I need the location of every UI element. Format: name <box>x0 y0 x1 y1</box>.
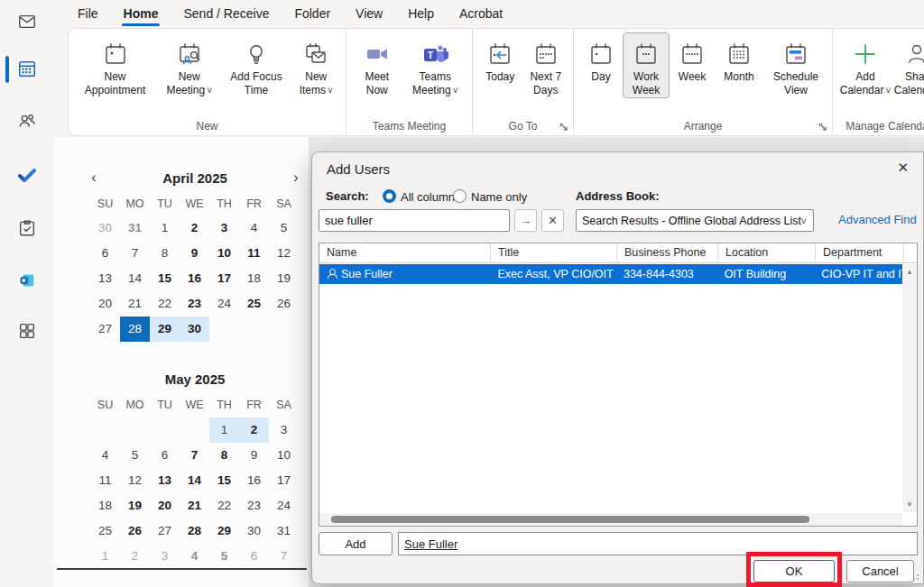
calendar-day[interactable]: 27 <box>150 518 180 544</box>
table-row-selected[interactable]: Sue FullerExec Asst, VP CIO/OIT334-844-4… <box>319 264 902 284</box>
calendar-day[interactable]: 23 <box>180 291 209 316</box>
calendar-day[interactable]: 8 <box>150 241 180 266</box>
people-icon[interactable] <box>16 110 38 132</box>
calendar-day[interactable]: 21 <box>120 291 150 316</box>
horizontal-scroll-thumb[interactable] <box>331 516 809 523</box>
calendar-day[interactable]: 8 <box>209 443 239 468</box>
vertical-scrollbar[interactable]: ▲ ▼ <box>902 264 917 512</box>
calendar-day[interactable]: 4 <box>239 216 269 241</box>
meet-now-button[interactable]: MeetNow <box>352 32 402 98</box>
tasks-icon[interactable] <box>16 217 38 239</box>
calendar-day[interactable]: 3 <box>269 417 299 443</box>
column-header[interactable]: Title <box>491 243 617 262</box>
calendar-day[interactable]: 18 <box>239 266 269 291</box>
calendar-day[interactable]: 29 <box>209 518 239 544</box>
horizontal-scrollbar[interactable] <box>319 513 902 526</box>
new-items-button[interactable]: NewItems˅ <box>291 32 342 98</box>
calendar-day[interactable]: 16 <box>180 266 209 291</box>
radio-name-only[interactable] <box>453 189 467 203</box>
resize-grip[interactable] <box>911 573 919 580</box>
scroll-down-icon[interactable]: ▼ <box>902 500 917 509</box>
calendar-day[interactable]: 31 <box>120 216 150 241</box>
close-icon[interactable]: ✕ <box>897 160 909 176</box>
calendar-day[interactable]: 1 <box>209 417 239 443</box>
calendar-day[interactable]: 27 <box>90 316 120 342</box>
calendar-day[interactable]: 2 <box>180 216 209 241</box>
calendar-day[interactable]: 7 <box>120 241 150 266</box>
calendar-day[interactable]: 17 <box>209 266 239 291</box>
calendar-day[interactable]: 15 <box>150 266 180 291</box>
dialog-launcher-icon[interactable] <box>559 123 568 132</box>
calendar-day[interactable]: 9 <box>180 241 209 266</box>
month-view-button[interactable]: Month <box>715 32 763 85</box>
calendar-day[interactable]: 19 <box>269 266 299 291</box>
calendar-day[interactable]: 16 <box>239 468 269 493</box>
calendar-day[interactable]: 25 <box>239 291 269 316</box>
tab-folder[interactable]: Folder <box>282 0 343 27</box>
tab-home[interactable]: Home <box>111 0 171 27</box>
next-month-button[interactable]: › <box>288 170 304 186</box>
calendar-day[interactable]: 11 <box>90 468 120 493</box>
radio-all-columns[interactable] <box>383 189 396 203</box>
work-week-view-button[interactable]: WorkWeek <box>623 32 670 98</box>
calendar-day[interactable]: 22 <box>209 493 239 518</box>
calendar-day[interactable]: 4 <box>180 544 209 569</box>
calendar-day[interactable]: 3 <box>150 544 180 569</box>
new-meeting-button[interactable]: NewMeeting˅ <box>156 32 222 98</box>
column-header[interactable]: Department <box>816 243 904 262</box>
calendar-day[interactable]: 2 <box>120 544 150 569</box>
calendar-day[interactable]: 12 <box>269 241 299 266</box>
day-view-button[interactable]: Day <box>579 32 623 85</box>
calendar-day[interactable]: 13 <box>90 266 120 291</box>
more-apps-icon[interactable] <box>16 320 38 342</box>
calendar-day[interactable]: 19 <box>120 493 150 518</box>
calendar-day[interactable]: 29 <box>150 316 180 342</box>
calendar-day[interactable]: 26 <box>120 518 150 544</box>
search-input[interactable]: sue fuller <box>319 209 510 232</box>
calendar-day[interactable]: 12 <box>120 468 150 493</box>
tab-view[interactable]: View <box>343 0 395 27</box>
calendar-day[interactable]: 3 <box>209 216 239 241</box>
tab-help[interactable]: Help <box>395 0 447 27</box>
todo-icon[interactable] <box>16 164 38 186</box>
calendar-day[interactable]: 30 <box>239 518 269 544</box>
calendar-day[interactable]: 18 <box>90 493 120 518</box>
calendar-day[interactable]: 2 <box>239 417 269 443</box>
calendar-day[interactable]: 23 <box>239 493 269 518</box>
calendar-day[interactable]: 10 <box>269 443 299 468</box>
calendar-day[interactable]: 15 <box>209 468 239 493</box>
cancel-button[interactable]: Cancel <box>846 560 914 582</box>
calendar-day[interactable]: 5 <box>209 544 239 569</box>
addin-app-icon[interactable] <box>16 270 38 291</box>
calendar-day[interactable]: 20 <box>150 493 180 518</box>
column-header[interactable]: Business Phone <box>617 243 718 262</box>
calendar-day[interactable]: 31 <box>269 518 299 544</box>
calendar-day[interactable]: 5 <box>120 443 150 468</box>
calendar-day[interactable]: 21 <box>180 493 209 518</box>
calendar-day[interactable]: 25 <box>90 518 120 544</box>
scroll-up-icon[interactable]: ▲ <box>902 268 917 276</box>
column-header[interactable]: Location <box>718 243 816 262</box>
calendar-day[interactable]: 1 <box>150 216 180 241</box>
teams-meeting-button[interactable]: T TeamsMeeting˅ <box>402 32 468 98</box>
schedule-view-button[interactable]: ScheduleView <box>763 32 828 98</box>
prev-month-button[interactable]: ‹ <box>86 170 102 186</box>
calendar-day[interactable]: 24 <box>209 291 239 316</box>
ok-button[interactable]: OK <box>753 560 835 582</box>
calendar-day[interactable]: 6 <box>90 241 120 266</box>
add-button[interactable]: Add <box>319 532 393 555</box>
next-7-days-button[interactable]: Next 7Days <box>522 32 569 98</box>
clear-search-button[interactable]: ✕ <box>541 209 564 232</box>
calendar-day[interactable]: 4 <box>90 443 120 468</box>
column-header[interactable]: Name <box>319 243 491 262</box>
calendar-day[interactable]: 9 <box>239 443 269 468</box>
week-view-button[interactable]: Week <box>670 32 715 85</box>
calendar-day[interactable]: 11 <box>239 241 269 266</box>
calendar-day[interactable]: 5 <box>269 216 299 241</box>
calendar-day[interactable]: 22 <box>150 291 180 316</box>
tab-acrobat[interactable]: Acrobat <box>447 0 515 27</box>
calendar-day[interactable]: 10 <box>209 241 239 266</box>
add-calendar-button[interactable]: AddCalendar˅ <box>838 32 892 98</box>
calendar-day[interactable]: 1 <box>90 544 120 569</box>
calendar-day[interactable]: 20 <box>90 291 120 316</box>
